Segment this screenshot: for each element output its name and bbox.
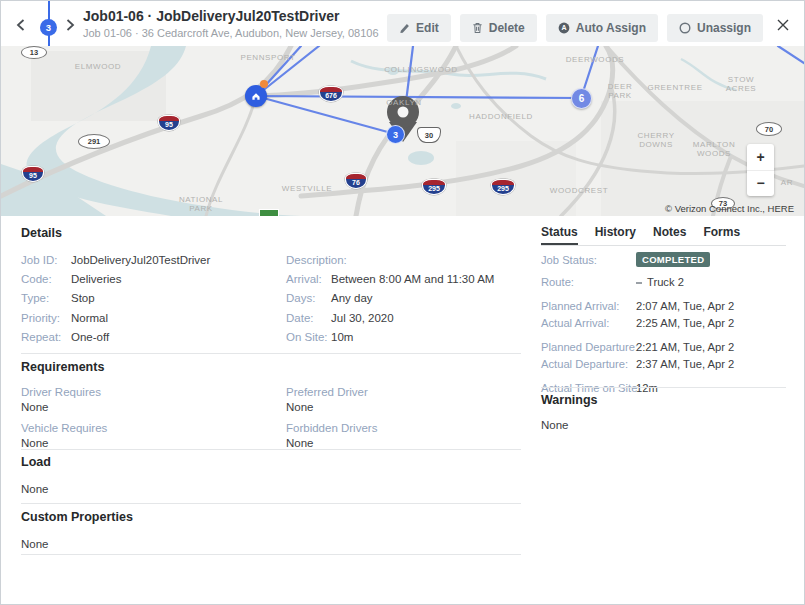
map-label: NATIONAL PARK [179,195,223,213]
tab-notes[interactable]: Notes [653,225,686,245]
unassign-circle-icon [679,22,691,34]
warnings-section: Warnings None [541,393,786,432]
route-shield-green [259,209,279,216]
stop-sequence-badge: 3 [40,19,57,36]
field-value: Between 8:00 AM and 11:30 AM [331,270,521,289]
next-stop-chevron-icon[interactable] [64,18,76,32]
field-label: Type: [21,289,71,308]
close-icon[interactable] [777,19,789,31]
status-badge: COMPLETED [636,252,710,267]
custom-properties-section: Custom Properties None [21,510,521,551]
waypoint-dot [260,80,268,88]
field-value: 10m [331,328,521,347]
field-label: Job ID: [21,251,71,270]
status-tabs: Status History Notes Forms [541,225,786,246]
map-label: AR [781,178,793,187]
status-row: Actual Arrival: 2:25 AM, Tue, Apr 2 [541,316,786,330]
header: 3 Job01-06 · JobDeliveryJul20TestDriver … [1,1,804,46]
route-color-indicator [636,282,642,284]
zoom-in-button[interactable]: + [747,144,774,171]
unassign-button[interactable]: Unassign [667,14,763,42]
pencil-icon [399,23,410,34]
divider [21,353,521,354]
delete-button[interactable]: Delete [460,14,537,42]
requirement-item: Preferred Driver None [286,385,521,414]
map-label: WOODCREST [550,186,608,195]
custom-properties-heading: Custom Properties [21,510,521,524]
auto-assign-button-label: Auto Assign [576,21,646,35]
field-value: None [21,436,286,450]
detail-row: Job ID: JobDeliveryJul20TestDriver Descr… [21,251,521,270]
status-row: Route: Truck 2 [541,275,786,289]
tab-status[interactable]: Status [541,225,578,245]
field-label: Preferred Driver [286,385,521,399]
delete-button-label: Delete [489,21,525,35]
field-label: Actual Departure: [541,357,636,371]
custom-properties-value: None [21,537,521,551]
map-attribution: © Verizon Connect Inc., HERE [665,203,794,214]
field-value: 2:37 AM, Tue, Apr 2 [636,357,734,371]
house-icon [250,90,262,102]
field-value: Deliveries [71,270,286,289]
field-label: Planned Arrival: [541,299,636,313]
tab-forms[interactable]: Forms [703,225,740,245]
status-panel: Job Status: COMPLETED Route: Truck 2 Pla… [541,252,786,395]
requirement-item: Driver Requires None [21,385,286,414]
field-label: Arrival: [286,270,331,289]
field-value: Normal [71,309,286,328]
map[interactable]: ELMWOOD PENNSPORT COLLINGSWOOD DEERWOODS… [1,46,804,216]
map-label: CHERRY DOWNS [637,131,674,149]
stop-3-marker[interactable]: 3 [386,125,405,144]
svg-text:A: A [561,24,566,31]
field-label: Priority: [21,309,71,328]
page-title: Job01-06 · JobDeliveryJul20TestDriver [83,8,379,25]
map-label: WESTVILLE [282,184,332,193]
route-shield-oval: 70 [756,122,782,136]
requirements-heading: Requirements [21,360,521,374]
zoom-out-button[interactable]: − [747,171,774,197]
field-value: None [21,400,286,414]
field-label: Driver Requires [21,385,286,399]
edit-button[interactable]: Edit [387,14,451,42]
field-label: Days: [286,289,331,308]
divider [21,449,521,450]
field-value: JobDeliveryJul20TestDriver [71,251,286,270]
field-label: Actual Arrival: [541,316,636,330]
job-detail-panel: 3 Job01-06 · JobDeliveryJul20TestDriver … [0,0,805,605]
detail-row: Priority: Normal Date: Jul 30, 2020 [21,309,521,328]
field-value: None [286,436,521,450]
warnings-value: None [541,418,786,432]
map-label: HADDONFIELD [469,112,533,121]
route-shield-us: 30 [417,127,441,143]
tab-history[interactable]: History [595,225,636,245]
depot-marker[interactable] [245,85,267,107]
route-shield-oval: 291 [78,134,110,149]
divider [541,387,786,388]
detail-row: Repeat: One-off On Site: 10m [21,328,521,347]
status-row: Job Status: COMPLETED [541,252,786,267]
field-value [331,251,521,270]
trash-icon [472,22,483,34]
field-label: Job Status: [541,253,636,267]
field-label: Date: [286,309,331,328]
map-zoom-control: + − [747,144,774,196]
details-heading: Details [21,226,521,240]
load-heading: Load [21,455,521,469]
details-section: Details Job ID: JobDeliveryJul20TestDriv… [21,226,521,347]
map-label: MARLTON WOODS [693,140,736,158]
field-value: None [286,400,521,414]
requirement-item: Forbidden Drivers None [286,421,521,450]
requirement-item: Vehicle Requires None [21,421,286,450]
warnings-heading: Warnings [541,393,786,407]
stop-6-marker[interactable]: 6 [571,88,592,109]
detail-row: Type: Stop Days: Any day [21,289,521,308]
field-label: Code: [21,270,71,289]
auto-assign-icon: A [558,22,570,34]
map-label: GREENTREE [647,83,702,92]
prev-stop-chevron-icon[interactable] [15,18,27,32]
load-section: Load None [21,455,521,496]
route-value: Truck 2 [647,276,684,288]
detail-row: Code: Deliveries Arrival: Between 8:00 A… [21,270,521,289]
auto-assign-button[interactable]: A Auto Assign [546,14,658,42]
page-subtitle: Job 01-06 · 36 Cedarcroft Ave, Audubon, … [83,26,379,40]
